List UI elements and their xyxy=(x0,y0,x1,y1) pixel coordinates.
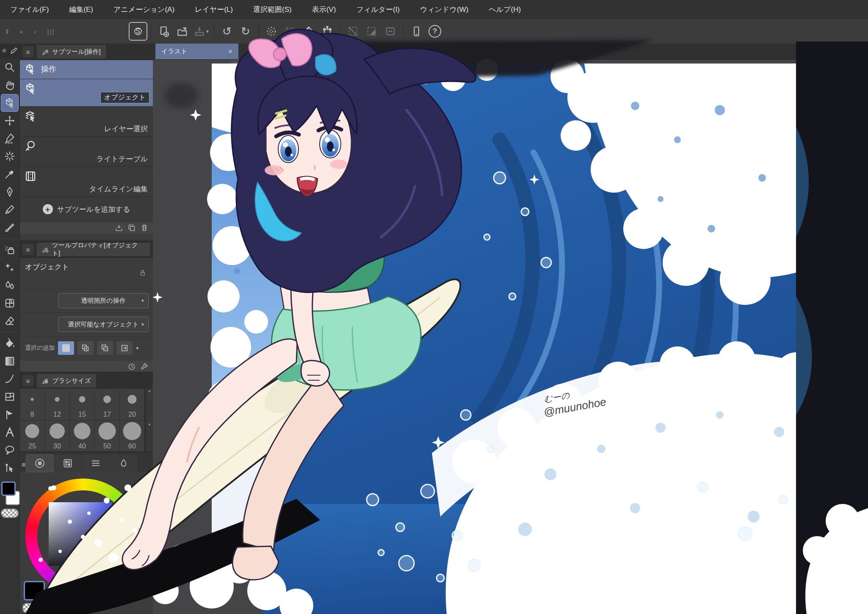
gradient-tool[interactable] xyxy=(1,353,18,370)
brush-size-cell[interactable]: 15 xyxy=(70,389,94,420)
subtool-item-layer-select[interactable]: レイヤー選択 xyxy=(20,107,153,137)
pencil-tool[interactable] xyxy=(1,201,18,218)
airbrush-tool[interactable] xyxy=(1,241,18,258)
subtool-item-object[interactable]: オブジェクト xyxy=(20,79,153,107)
menu-edit[interactable]: 編集(E) xyxy=(59,0,103,19)
collapse-left-icon[interactable]: « xyxy=(19,28,23,35)
subtool-item-light-table[interactable]: ライトテーブル xyxy=(20,137,153,167)
brush-size-cell[interactable]: 30 xyxy=(45,420,69,452)
panel-menu-icon[interactable]: ≡ xyxy=(22,461,25,469)
deselect-button[interactable] xyxy=(262,22,281,41)
selection-from-button[interactable] xyxy=(116,341,133,355)
save-options-caret-icon[interactable]: ▾ xyxy=(206,28,209,34)
add-subtool-button[interactable]: + サブツールを追加する xyxy=(20,197,153,222)
lock-icon[interactable] xyxy=(138,268,147,279)
eyedropper-tool[interactable] xyxy=(1,166,18,183)
snap-ruler-button[interactable] xyxy=(344,22,362,41)
import-subtool-icon[interactable] xyxy=(115,224,123,232)
brush-size-cell[interactable]: 60 xyxy=(120,420,144,452)
brush-size-cell[interactable]: 12 xyxy=(45,389,69,420)
duplicate-subtool-icon[interactable] xyxy=(127,224,136,232)
reselect-button[interactable] xyxy=(281,22,299,41)
rotate-left-icon[interactable]: ↺ xyxy=(351,575,356,583)
panel-collapse-controls[interactable]: ‖ « ‹ ||| xyxy=(0,28,129,35)
text-tool[interactable] xyxy=(1,424,18,441)
selection-pen-tool[interactable] xyxy=(1,130,18,147)
help-button[interactable]: ? xyxy=(426,22,444,41)
brush-size-cell[interactable]: 50 xyxy=(95,420,119,452)
open-file-button[interactable] xyxy=(173,22,192,41)
brush-size-scrollbar[interactable]: ▲▼ xyxy=(146,389,153,452)
hue-marker-icon[interactable] xyxy=(48,486,53,491)
chevron-down-icon[interactable]: ▾ xyxy=(136,345,138,351)
brush-size-cell[interactable]: 40 xyxy=(70,420,94,452)
menu-window[interactable]: ウィンドウ(W) xyxy=(410,0,478,19)
snap-perspective-button[interactable] xyxy=(362,22,381,41)
tool-property-tab[interactable]: ツールプロパティ[オブジェクト] xyxy=(37,243,150,256)
collapse-grip-icon[interactable]: ‖ xyxy=(6,28,8,35)
selectable-object-dropdown[interactable]: 選択可能なオブジェクト ▾ xyxy=(58,317,149,332)
menu-animation[interactable]: アニメーション(A) xyxy=(103,0,185,19)
selection-subtract-button[interactable] xyxy=(97,341,113,355)
panel-menu-icon[interactable]: ≡ xyxy=(22,46,33,57)
brush-size-tab[interactable]: ブラシサイズ xyxy=(37,374,96,387)
brush-size-cell[interactable]: 17 xyxy=(95,389,119,420)
wrench-icon[interactable] xyxy=(140,362,149,371)
redo-button[interactable]: ↻ xyxy=(236,22,255,41)
hand-tool[interactable] xyxy=(1,77,18,94)
invert-selection-button[interactable] xyxy=(299,22,318,41)
eraser-tool[interactable] xyxy=(1,313,18,329)
menu-view[interactable]: 表示(V) xyxy=(302,0,346,19)
panel-menu-icon[interactable]: ≡ xyxy=(22,375,33,386)
color-slider-tab[interactable] xyxy=(82,455,109,472)
new-canvas-button[interactable] xyxy=(155,22,173,41)
brush-size-cell[interactable]: 25 xyxy=(20,420,44,452)
undo-button[interactable]: ↺ xyxy=(218,22,236,41)
line-correction-tool[interactable] xyxy=(1,459,18,476)
subtool-group-operation[interactable]: 操作 xyxy=(20,60,153,79)
decoration-tool[interactable] xyxy=(1,259,18,276)
tool-strip-menu-icon[interactable]: ≡ xyxy=(2,47,6,55)
polyline-tool[interactable] xyxy=(1,406,18,423)
sv-picker-square[interactable] xyxy=(49,502,112,566)
intermediate-color-tab[interactable] xyxy=(110,455,137,472)
wheel-transparent-swatch[interactable] xyxy=(22,603,48,613)
collapse-arrow-icon[interactable]: ‹ xyxy=(34,28,36,35)
delete-subtool-icon[interactable] xyxy=(140,224,149,232)
rotate-right-icon[interactable]: ↻ xyxy=(362,575,368,583)
color-wheel-tab[interactable] xyxy=(26,455,53,472)
color-set-tab[interactable] xyxy=(54,455,81,472)
reset-view-icon[interactable]: ⊕ xyxy=(373,575,379,583)
tablet-mode-button[interactable] xyxy=(407,22,426,41)
brush-size-cell[interactable]: 20 xyxy=(120,389,144,420)
pen-tool[interactable] xyxy=(1,183,18,200)
menu-help[interactable]: ヘルプ(H) xyxy=(478,0,531,19)
menu-layer[interactable]: レイヤー(L) xyxy=(185,0,243,19)
zoom-tool[interactable] xyxy=(1,59,18,76)
selection-new-button[interactable] xyxy=(58,341,74,355)
panel-menu-icon[interactable]: ≡ xyxy=(22,244,33,255)
save-file-button[interactable]: ▾ xyxy=(192,22,210,41)
wheel-foreground-swatch[interactable] xyxy=(24,581,45,600)
app-logo-icon[interactable] xyxy=(129,22,147,41)
brush-size-cell[interactable]: 8 xyxy=(20,389,44,420)
selection-add-button[interactable] xyxy=(77,341,94,355)
subtool-panel-tab[interactable]: サブツール[操作] xyxy=(37,45,106,58)
foreground-color-swatch[interactable] xyxy=(1,481,16,496)
frame-border-tool[interactable] xyxy=(1,388,18,405)
transform-frame-button[interactable] xyxy=(318,22,337,41)
snap-special-button[interactable] xyxy=(381,22,400,41)
blend-tool[interactable] xyxy=(1,277,18,294)
balloon-tool[interactable] xyxy=(1,442,18,459)
document-tab-illustration[interactable]: イラスト × xyxy=(155,44,238,59)
menu-file[interactable]: ファイル(F) xyxy=(0,0,59,19)
auto-select-tool[interactable] xyxy=(1,148,18,165)
move-layer-tool[interactable] xyxy=(1,112,18,129)
figure-tool[interactable] xyxy=(1,371,18,387)
menu-selection[interactable]: 選択範囲(S) xyxy=(243,0,302,19)
fill-tool[interactable] xyxy=(1,335,18,352)
material-tool[interactable] xyxy=(1,295,18,312)
color-wheel[interactable] xyxy=(25,478,141,594)
menu-filter[interactable]: フィルター(I) xyxy=(346,0,410,19)
brush-tool[interactable] xyxy=(1,219,18,236)
